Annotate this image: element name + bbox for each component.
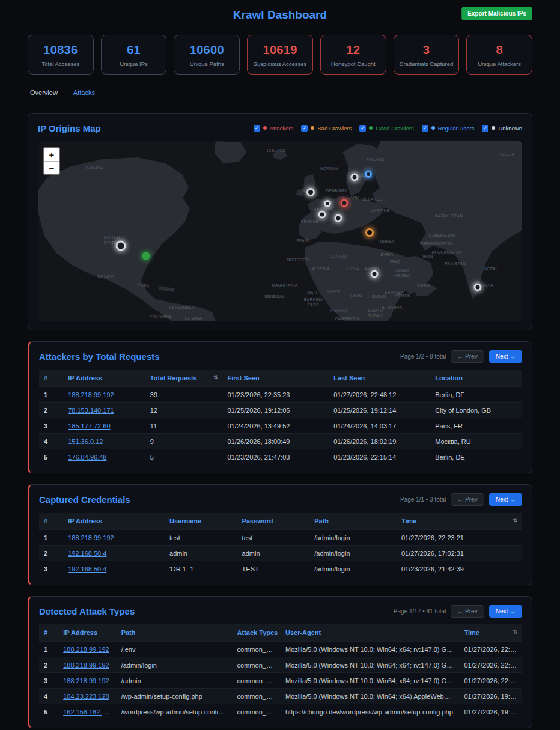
cell-password: admin (237, 546, 310, 561)
col-header-num[interactable]: # (39, 624, 58, 642)
stats-row: 10836Total Accesses61Unique IPs10600Uniq… (28, 35, 532, 75)
sort-icon[interactable]: ⇅ (513, 629, 517, 635)
ip-link[interactable]: 188.218.99.192 (68, 391, 114, 398)
cell-time: 01/27/2026, 22:26:11 (459, 642, 522, 657)
map-marker-bad-crawler[interactable] (365, 228, 374, 237)
cell-path: /admin/login (309, 561, 397, 577)
tab-attacks[interactable]: Attacks (73, 89, 95, 96)
map-marker-attacker[interactable] (341, 199, 348, 207)
map-marker-unknown[interactable] (335, 214, 342, 222)
col-header-ip-address[interactable]: IP Address (58, 624, 116, 642)
legend-checkbox-icon[interactable]: ✓ (254, 125, 260, 132)
map-marker-unknown[interactable] (115, 241, 126, 251)
col-header-username[interactable]: Username (165, 513, 237, 530)
legend-item-bad-crawlers[interactable]: ✓Bad Crawlers (301, 125, 352, 132)
ip-link[interactable]: 104.23.223.128 (63, 693, 109, 700)
cell-location: City of London, GB (430, 403, 522, 418)
col-header-num[interactable]: # (39, 513, 63, 530)
tab-overview[interactable]: Overview (30, 89, 58, 96)
legend-checkbox-icon[interactable]: ✓ (301, 125, 308, 132)
cell-num: 1 (39, 530, 63, 546)
cell-user-agent: https://chungo.dev/wordpress/wp-admin/se… (281, 704, 459, 720)
map-marker-unknown[interactable] (324, 200, 331, 207)
export-malicious-ips-button[interactable]: Export Malicious IPs (461, 7, 532, 20)
ip-link[interactable]: 188.218.99.192 (63, 646, 109, 653)
map-panel: IP Origins Map ✓Attackers✓Bad Crawlers✓G… (28, 113, 532, 330)
col-header-ip-address[interactable]: IP Address (63, 513, 165, 530)
zoom-in-button[interactable]: + (44, 148, 59, 161)
cell-ip-address: 192.168.50.4 (63, 546, 165, 561)
col-header-ip-address[interactable]: IP Address (63, 370, 145, 387)
ip-link[interactable]: 78.153.140.171 (68, 407, 114, 414)
col-header-password[interactable]: Password (237, 513, 310, 530)
sort-icon[interactable]: ⇅ (513, 517, 517, 523)
sort-icon[interactable]: ⇅ (213, 374, 218, 380)
next-button[interactable]: Next → (489, 605, 522, 618)
map-marker-unknown[interactable] (351, 174, 359, 181)
prev-button[interactable]: ← Prev (451, 493, 484, 506)
legend-item-regular-users[interactable]: ✓Regular Users (422, 125, 475, 132)
ip-link[interactable]: 151.36.0.12 (68, 438, 103, 445)
map-marker-unknown[interactable] (306, 188, 315, 196)
legend-item-good-crawlers[interactable]: ✓Good Crawlers (359, 125, 413, 132)
col-header-first-seen[interactable]: First Seen (222, 370, 329, 387)
legend-dot-icon (263, 126, 267, 130)
legend-item-attackers[interactable]: ✓Attackers (254, 125, 294, 132)
ip-link[interactable]: 176.84.96.48 (68, 454, 106, 461)
cell-ip-address: 78.153.140.171 (63, 403, 145, 418)
col-header-user-agent[interactable]: User-Agent (281, 624, 459, 642)
attackers-panel: Attackers by Total Requests Page 1/2 • 8… (28, 341, 532, 473)
col-header-location[interactable]: Location (430, 370, 522, 387)
col-header-time[interactable]: Time⇅ (397, 513, 522, 530)
legend-checkbox-icon[interactable]: ✓ (359, 125, 366, 132)
cell-num: 1 (39, 387, 63, 403)
ip-link[interactable]: 188.218.99.192 (63, 662, 109, 669)
map-marker-unknown[interactable] (370, 270, 378, 278)
ip-link[interactable]: 192.168.50.4 (68, 550, 106, 557)
cell-path: /admin/login (117, 657, 233, 673)
cell-last-seen: 01/26/2026, 18:02:19 (329, 434, 430, 449)
cell-password: TEST (237, 561, 310, 577)
cell-total-requests: 5 (145, 449, 223, 465)
next-button[interactable]: Next → (489, 493, 522, 506)
col-header-total-requests[interactable]: Total Requests⇅ (145, 370, 223, 387)
cell-location: Москва, RU (430, 434, 522, 449)
col-header-attack-types[interactable]: Attack Types (233, 624, 281, 642)
cell-time: 01/27/2026, 17:02:31 (397, 546, 522, 561)
cell-num: 5 (39, 704, 58, 720)
col-header-time[interactable]: Time⇅ (459, 624, 522, 642)
ip-link[interactable]: 188.218.99.192 (63, 677, 109, 684)
legend-item-unknown[interactable]: ✓Unknown (482, 125, 522, 132)
col-header-path[interactable]: Path (309, 513, 397, 530)
attackers-table: #IP AddressTotal Requests⇅First SeenLast… (39, 370, 522, 464)
next-button[interactable]: Next → (489, 350, 522, 363)
col-header-path[interactable]: Path (117, 624, 233, 642)
prev-button[interactable]: ← Prev (451, 605, 484, 618)
cell-total-requests: 9 (145, 434, 223, 449)
credentials-title: Captured Credentials (39, 494, 130, 505)
ip-link[interactable]: 162.158.182.104 (63, 708, 113, 716)
map-marker-unknown[interactable] (473, 284, 481, 291)
col-header-last-seen[interactable]: Last Seen (329, 370, 430, 387)
legend-checkbox-icon[interactable]: ✓ (422, 125, 428, 132)
zoom-out-button[interactable]: − (44, 161, 59, 174)
prev-button[interactable]: ← Prev (451, 350, 484, 363)
map-marker-good-crawler[interactable] (142, 252, 150, 260)
ip-link[interactable]: 185.177.72.60 (68, 422, 110, 430)
legend-label: Regular Users (438, 125, 475, 132)
map-marker-regular[interactable] (365, 171, 372, 178)
stat-label: Suspicious Accesses (250, 61, 310, 67)
table-row: 1188.218.99.192testtest/admin/login01/27… (39, 530, 522, 546)
legend-checkbox-icon[interactable]: ✓ (482, 125, 488, 132)
cell-path: /wordpress/wp-admin/setup-config.php (117, 704, 233, 720)
stat-label: Total Accesses (31, 61, 91, 67)
cell-time: 01/27/2026, 22:23:21 (459, 657, 522, 673)
cell-time: 01/27/2026, 19:35:33 (459, 704, 522, 720)
cell-attack-types: common_probes (233, 642, 281, 657)
cell-ip-address: 188.218.99.192 (63, 387, 145, 403)
ip-link[interactable]: 188.218.99.192 (68, 534, 114, 541)
col-header-num[interactable]: # (39, 370, 63, 387)
world-map[interactable]: ICELANDRUSSIACANADANORWAYFINLANDSWEDENDE… (38, 141, 522, 321)
ip-link[interactable]: 192.168.50.4 (68, 565, 106, 573)
map-marker-unknown[interactable] (318, 211, 326, 219)
